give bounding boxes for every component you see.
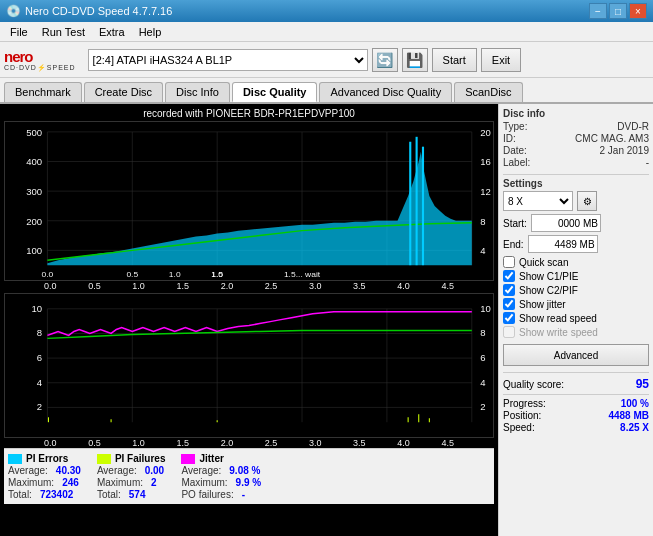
position-value: 4488 MB xyxy=(608,410,649,421)
x-label-30: 3.0 xyxy=(309,281,322,291)
svg-text:6: 6 xyxy=(480,353,485,363)
svg-text:20: 20 xyxy=(480,128,491,138)
show-c2-pif-checkbox[interactable] xyxy=(503,284,515,296)
svg-text:2: 2 xyxy=(37,403,42,413)
drive-selector[interactable]: [2:4] ATAPI iHAS324 A BL1P xyxy=(88,49,368,71)
svg-text:500: 500 xyxy=(26,128,42,138)
svg-text:400: 400 xyxy=(26,158,42,168)
type-label: Type: xyxy=(503,121,527,132)
tab-disc-quality[interactable]: Disc Quality xyxy=(232,82,318,102)
exit-button[interactable]: Exit xyxy=(481,48,521,72)
main-content: recorded with PIONEER BDR-PR1EPDVPP100 xyxy=(0,104,653,536)
svg-text:1.0: 1.0 xyxy=(169,270,181,279)
jitter-max-value: 9.9 % xyxy=(236,477,262,488)
pi-failures-max-label: Maximum: xyxy=(97,477,143,488)
lower-x-label-15: 1.5 xyxy=(176,438,189,448)
svg-text:4: 4 xyxy=(480,247,485,257)
x-label-05: 0.5 xyxy=(88,281,101,291)
tab-bar: Benchmark Create Disc Disc Info Disc Qua… xyxy=(0,78,653,104)
svg-text:100: 100 xyxy=(26,247,42,257)
type-value: DVD-R xyxy=(617,121,649,132)
lower-chart: 10 8 6 4 2 10 8 6 4 2 xyxy=(4,293,494,438)
start-button[interactable]: Start xyxy=(432,48,477,72)
speed-selector[interactable]: 8 X xyxy=(503,191,573,211)
tab-create-disc[interactable]: Create Disc xyxy=(84,82,163,102)
start-mb-input[interactable] xyxy=(531,214,601,232)
x-label-15: 1.5 xyxy=(176,281,189,291)
tab-disc-info[interactable]: Disc Info xyxy=(165,82,230,102)
title-bar-buttons: − □ × xyxy=(589,3,647,19)
quality-score-row: Quality score: 95 xyxy=(503,377,649,391)
disc-label-value: - xyxy=(646,157,649,168)
lower-x-label-05: 0.5 xyxy=(88,438,101,448)
show-c2-pif-label: Show C2/PIF xyxy=(519,285,578,296)
svg-text:10: 10 xyxy=(32,304,43,314)
show-c1-pie-checkbox[interactable] xyxy=(503,270,515,282)
speed-value: 8.25 X xyxy=(620,422,649,433)
close-button[interactable]: × xyxy=(629,3,647,19)
svg-text:8: 8 xyxy=(480,217,485,227)
svg-text:8: 8 xyxy=(37,329,42,339)
refresh-icon[interactable]: 🔄 xyxy=(372,48,398,72)
menu-extra[interactable]: Extra xyxy=(93,25,131,39)
pi-failures-max-value: 2 xyxy=(151,477,157,488)
pi-failures-total-value: 574 xyxy=(129,489,146,500)
chart-area: recorded with PIONEER BDR-PR1EPDVPP100 xyxy=(0,104,498,536)
tab-scan-disc[interactable]: ScanDisc xyxy=(454,82,522,102)
x-label-20: 2.0 xyxy=(221,281,234,291)
pi-errors-total-label: Total: xyxy=(8,489,32,500)
menu-help[interactable]: Help xyxy=(133,25,168,39)
svg-text:300: 300 xyxy=(26,187,42,197)
svg-text:6: 6 xyxy=(37,353,42,363)
show-read-speed-checkbox[interactable] xyxy=(503,312,515,324)
svg-text:0.0: 0.0 xyxy=(42,270,54,279)
x-label-10: 1.0 xyxy=(132,281,145,291)
nero-logo: nero CD·DVD⚡SPEED xyxy=(4,49,76,71)
svg-text:0.5: 0.5 xyxy=(126,270,138,279)
x-label-45: 4.5 xyxy=(441,281,454,291)
end-mb-label: End: xyxy=(503,239,524,250)
pi-errors-avg-value: 40.30 xyxy=(56,465,81,476)
tab-benchmark[interactable]: Benchmark xyxy=(4,82,82,102)
jitter-title: Jitter xyxy=(199,453,223,464)
end-mb-input[interactable] xyxy=(528,235,598,253)
minimize-button[interactable]: − xyxy=(589,3,607,19)
maximize-button[interactable]: □ xyxy=(609,3,627,19)
show-jitter-checkbox[interactable] xyxy=(503,298,515,310)
menu-run-test[interactable]: Run Test xyxy=(36,25,91,39)
legend-jitter: Jitter Average: 9.08 % Maximum: 9.9 % PO… xyxy=(181,453,261,500)
position-label: Position: xyxy=(503,410,541,421)
jitter-max-label: Maximum: xyxy=(181,477,227,488)
jitter-color xyxy=(181,454,195,464)
jitter-avg-label: Average: xyxy=(181,465,221,476)
upper-chart: 500 400 300 200 100 20 16 12 8 4 0.0 0.5… xyxy=(4,121,494,281)
show-jitter-label: Show jitter xyxy=(519,299,566,310)
jitter-po-label: PO failures: xyxy=(181,489,233,500)
save-icon[interactable]: 💾 xyxy=(402,48,428,72)
lower-chart-svg: 10 8 6 4 2 10 8 6 4 2 xyxy=(5,294,493,437)
id-label: ID: xyxy=(503,133,516,144)
pi-errors-max-value: 246 xyxy=(62,477,79,488)
advanced-button[interactable]: Advanced xyxy=(503,344,649,366)
legend: PI Errors Average: 40.30 Maximum: 246 To… xyxy=(4,448,494,504)
quick-scan-checkbox[interactable] xyxy=(503,256,515,268)
tab-advanced-disc-quality[interactable]: Advanced Disc Quality xyxy=(319,82,452,102)
pi-failures-avg-label: Average: xyxy=(97,465,137,476)
disc-info-section: Disc info Type: DVD-R ID: CMC MAG. AM3 D… xyxy=(503,108,649,168)
svg-text:2: 2 xyxy=(480,403,485,413)
app-icon: 💿 xyxy=(6,4,21,18)
settings-title: Settings xyxy=(503,178,649,189)
quality-score-value: 95 xyxy=(636,377,649,391)
lower-x-label-25: 2.5 xyxy=(265,438,278,448)
settings-icon[interactable]: ⚙ xyxy=(577,191,597,211)
legend-pi-failures: PI Failures Average: 0.00 Maximum: 2 Tot… xyxy=(97,453,166,500)
show-c1-pie-label: Show C1/PIE xyxy=(519,271,578,282)
show-write-speed-checkbox[interactable] xyxy=(503,326,515,338)
lower-x-label-30: 3.0 xyxy=(309,438,322,448)
x-label-25: 2.5 xyxy=(265,281,278,291)
menu-file[interactable]: File xyxy=(4,25,34,39)
date-label: Date: xyxy=(503,145,527,156)
lower-x-label-45: 4.5 xyxy=(441,438,454,448)
upper-chart-svg: 500 400 300 200 100 20 16 12 8 4 0.0 0.5… xyxy=(5,122,493,280)
lower-x-label-40: 4.0 xyxy=(397,438,410,448)
